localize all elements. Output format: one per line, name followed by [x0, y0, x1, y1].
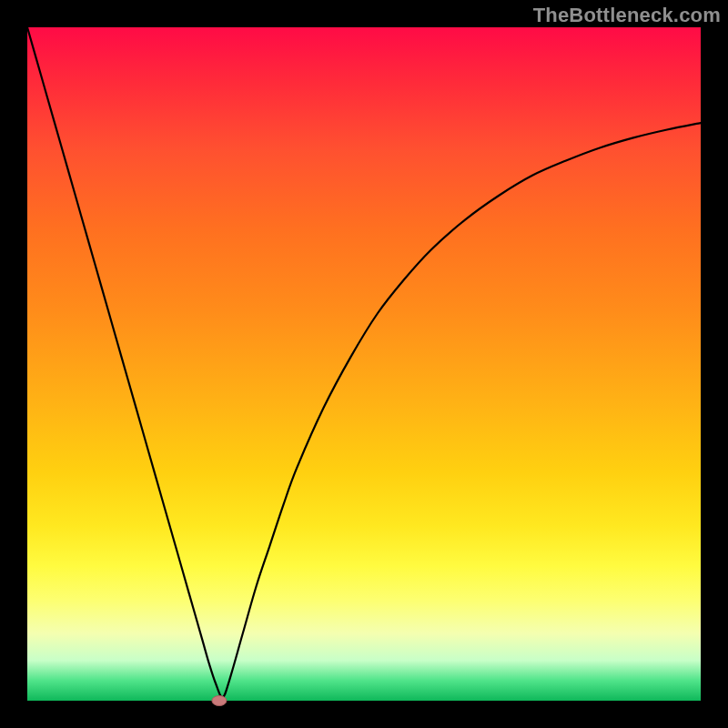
watermark-text: TheBottleneck.com: [533, 4, 721, 27]
plot-area: [27, 27, 701, 701]
bottleneck-curve: [27, 27, 701, 697]
optimum-marker: [212, 696, 227, 706]
chart-frame: TheBottleneck.com: [0, 0, 728, 728]
curve-layer: [27, 27, 701, 701]
